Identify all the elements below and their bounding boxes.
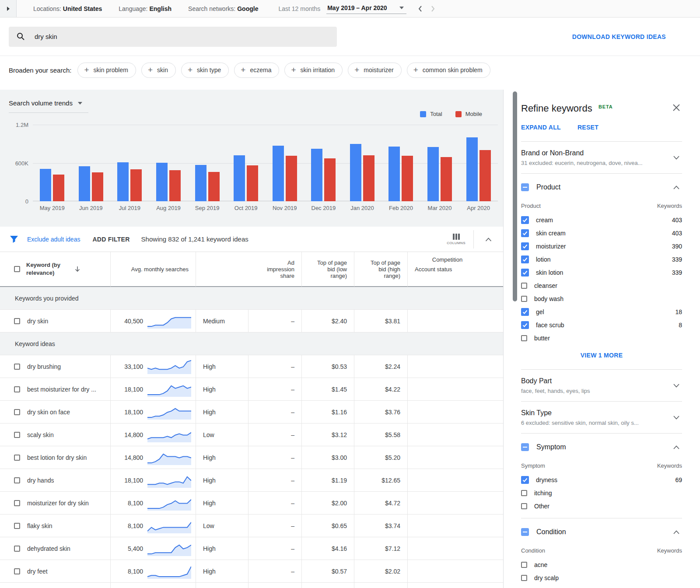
legend-label: Mobile bbox=[466, 111, 482, 117]
unchecked-checkbox[interactable] bbox=[521, 296, 527, 302]
indeterminate-checkbox[interactable] bbox=[521, 443, 529, 451]
column-header-5[interactable]: Top of page bid (low range) bbox=[302, 252, 354, 287]
section-header-product[interactable]: Product bbox=[521, 182, 682, 193]
refine-item-butter[interactable]: butter bbox=[521, 332, 682, 345]
indeterminate-checkbox[interactable] bbox=[521, 528, 529, 536]
language-setting[interactable]: Language:English bbox=[119, 5, 172, 12]
row-checkbox[interactable] bbox=[14, 568, 20, 574]
refine-item-skin-cream[interactable]: skin cream403 bbox=[521, 227, 682, 240]
row-checkbox[interactable] bbox=[14, 546, 20, 552]
row-checkbox[interactable] bbox=[14, 477, 20, 483]
row-checkbox[interactable] bbox=[14, 386, 20, 392]
expand-section-button[interactable] bbox=[673, 154, 679, 161]
ad-impression-share-value: – bbox=[291, 568, 294, 575]
broaden-chip-skin-type[interactable]: +skin type bbox=[181, 63, 229, 78]
unchecked-checkbox[interactable] bbox=[521, 575, 527, 581]
refine-section-body-part[interactable]: Body Partface, feet, hands, eyes, lips bbox=[521, 370, 682, 402]
checked-checkbox[interactable] bbox=[521, 216, 529, 224]
close-panel-button[interactable] bbox=[672, 104, 680, 113]
reset-link[interactable]: RESET bbox=[578, 124, 598, 131]
next-period-button[interactable] bbox=[431, 5, 435, 12]
refine-item-moisturizer[interactable]: moisturizer390 bbox=[521, 240, 682, 253]
date-range-picker[interactable]: May 2019 – Apr 2020 bbox=[326, 3, 406, 14]
expand-all-link[interactable]: EXPAND ALL bbox=[521, 124, 561, 131]
row-checkbox[interactable] bbox=[14, 432, 20, 438]
checked-checkbox[interactable] bbox=[521, 269, 529, 276]
refine-item-face-scrub[interactable]: face scrub8 bbox=[521, 318, 682, 332]
unchecked-checkbox[interactable] bbox=[521, 490, 527, 496]
legend-item-total[interactable]: Total bbox=[420, 111, 442, 117]
checked-checkbox[interactable] bbox=[521, 308, 529, 316]
indeterminate-checkbox[interactable] bbox=[521, 183, 529, 191]
refine-item-Other[interactable]: Other bbox=[521, 500, 682, 513]
collapse-section-button[interactable] bbox=[673, 528, 679, 536]
add-filter-button[interactable]: ADD FILTER bbox=[92, 236, 130, 243]
refine-item-acne[interactable]: acne bbox=[521, 558, 682, 571]
column-header-1[interactable]: Keyword (by relevance) bbox=[0, 252, 111, 287]
chart-type-dropdown[interactable]: Search volume trends bbox=[9, 99, 88, 113]
sidebar-expand-toggle[interactable] bbox=[0, 0, 17, 17]
row-checkbox[interactable] bbox=[14, 364, 20, 370]
download-keyword-ideas-button[interactable]: DOWNLOAD KEYWORD IDEAS bbox=[572, 33, 666, 40]
broaden-chip-moisturizer[interactable]: +moisturizer bbox=[348, 63, 402, 78]
column-header-4[interactable]: Ad impression share bbox=[248, 252, 302, 287]
column-header-7[interactable]: Account status bbox=[408, 252, 503, 287]
broaden-chip-skin-irritation[interactable]: +skin irritation bbox=[284, 63, 343, 78]
row-checkbox[interactable] bbox=[14, 455, 20, 461]
broaden-chip-skin[interactable]: +skin bbox=[141, 63, 176, 78]
collapse-table-button[interactable] bbox=[483, 233, 498, 246]
unchecked-checkbox[interactable] bbox=[521, 562, 527, 568]
refine-item-dry-scalp[interactable]: dry scalp bbox=[521, 571, 682, 584]
select-all-checkbox[interactable] bbox=[14, 266, 20, 272]
keyword-cell: dry skin bbox=[0, 310, 111, 332]
refine-item-gel[interactable]: gel18 bbox=[521, 305, 682, 318]
refine-section-skin-type[interactable]: Skin Type6 excluded: sensitive skin, nor… bbox=[521, 402, 682, 434]
unchecked-checkbox[interactable] bbox=[521, 335, 527, 341]
section-header-symptom[interactable]: Symptom bbox=[521, 441, 682, 453]
section-header-condition[interactable]: Condition bbox=[521, 526, 682, 538]
column-header-6[interactable]: Top of page bid (high range) bbox=[354, 252, 408, 287]
broaden-chip-eczema[interactable]: +eczema bbox=[234, 63, 279, 78]
language-label: Language: bbox=[119, 5, 147, 12]
refine-item-lotion[interactable]: lotion339 bbox=[521, 253, 682, 266]
checked-checkbox[interactable] bbox=[521, 229, 529, 237]
refine-section-brand-or-non-brand[interactable]: Brand or Non-Brand31 excluded: eucerin, … bbox=[521, 142, 682, 174]
expand-section-button[interactable] bbox=[673, 382, 679, 389]
panel-scrollbar[interactable] bbox=[513, 91, 517, 301]
column-header-2[interactable]: Avg. monthly searches bbox=[111, 252, 196, 287]
ad-impression-share-value: – bbox=[291, 522, 294, 529]
previous-period-button[interactable] bbox=[418, 5, 422, 12]
collapse-section-button[interactable] bbox=[673, 443, 679, 451]
checked-checkbox[interactable] bbox=[521, 256, 529, 263]
checked-checkbox[interactable] bbox=[521, 242, 529, 250]
row-checkbox[interactable] bbox=[14, 318, 20, 324]
row-checkbox[interactable] bbox=[14, 500, 20, 506]
checked-checkbox[interactable] bbox=[521, 321, 529, 329]
top-of-page-bid-low-cell: $0.57 bbox=[302, 560, 354, 583]
row-checkbox[interactable] bbox=[14, 523, 20, 529]
broaden-chip-skin-problem[interactable]: +skin problem bbox=[77, 63, 136, 78]
row-checkbox[interactable] bbox=[14, 409, 20, 415]
collapse-section-button[interactable] bbox=[673, 183, 679, 191]
exclude-adult-ideas-link[interactable]: Exclude adult ideas bbox=[27, 236, 80, 243]
expand-section-button[interactable] bbox=[673, 413, 679, 421]
keyword-search-input[interactable]: dry skin bbox=[9, 27, 337, 47]
legend-item-mobile[interactable]: Mobile bbox=[455, 111, 482, 117]
refine-item-dryness[interactable]: dryness69 bbox=[521, 473, 682, 486]
bid-high-value: $4.72 bbox=[385, 500, 400, 507]
refine-item-cream[interactable]: cream403 bbox=[521, 214, 682, 227]
refine-item-itching[interactable]: itching bbox=[521, 486, 682, 500]
refine-item-cleanser[interactable]: cleanser bbox=[521, 279, 682, 292]
view-more-link[interactable]: VIEW 1 MORE bbox=[521, 352, 682, 359]
refine-item-body-wash[interactable]: body wash bbox=[521, 292, 682, 305]
locations-setting[interactable]: Locations:United States bbox=[33, 5, 102, 12]
columns-button[interactable]: COLUMNS bbox=[447, 234, 466, 245]
refine-item-skin-lotion[interactable]: skin lotion339 bbox=[521, 266, 682, 279]
checked-checkbox[interactable] bbox=[521, 476, 529, 484]
unchecked-checkbox[interactable] bbox=[521, 503, 527, 509]
broaden-chip-common-skin-problem[interactable]: +common skin problem bbox=[407, 63, 490, 78]
networks-setting[interactable]: Search networks:Google bbox=[188, 5, 258, 12]
ad-impression-share-cell: – bbox=[248, 469, 302, 492]
unchecked-checkbox[interactable] bbox=[521, 283, 527, 289]
bid-low-value: $0.65 bbox=[332, 522, 347, 529]
